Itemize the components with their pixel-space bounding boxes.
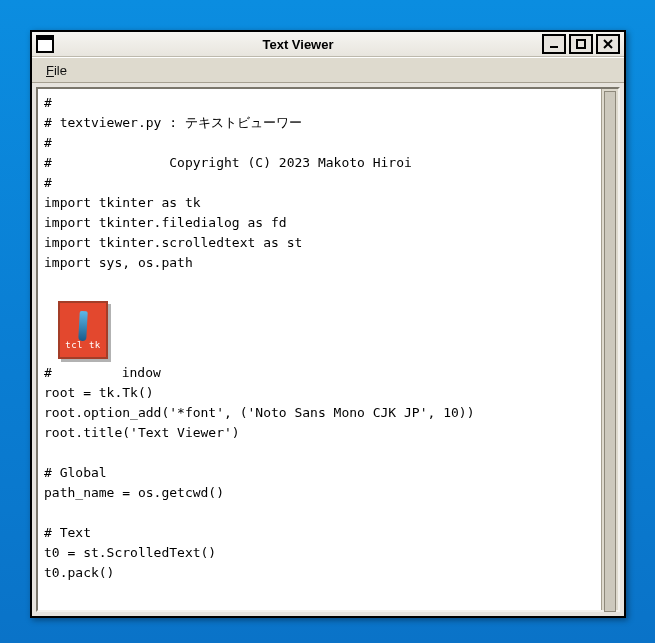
text-line: t0 = st.ScrolledText(): [44, 543, 595, 563]
text-line: #: [44, 173, 595, 193]
text-line: import tkinter.filedialog as fd: [44, 213, 595, 233]
text-line: # textviewer.py : テキストビューワー: [44, 113, 595, 133]
tcl-tk-logo-icon: tcl tk: [58, 301, 108, 359]
text-line: root.title('Text Viewer'): [44, 423, 595, 443]
close-icon: [603, 39, 613, 49]
scrollbar-thumb[interactable]: [604, 91, 616, 612]
menu-file[interactable]: File: [40, 61, 73, 80]
app-window: Text Viewer File ## textviewer.py : テキスト…: [30, 30, 626, 618]
vertical-scrollbar[interactable]: [601, 89, 618, 610]
window-title: Text Viewer: [54, 37, 542, 52]
menubar: File: [32, 57, 624, 83]
text-line: root = tk.Tk(): [44, 383, 595, 403]
maximize-icon: [576, 39, 586, 49]
close-button[interactable]: [596, 34, 620, 54]
text-line: # Global: [44, 463, 595, 483]
text-line: [44, 443, 595, 463]
menu-file-mnemonic: F: [46, 63, 54, 78]
text-line: root.option_add('*font', ('Noto Sans Mon…: [44, 403, 595, 423]
text-line: #: [44, 93, 595, 113]
text-line: # indow: [44, 363, 595, 383]
window-menu-icon[interactable]: [36, 35, 54, 53]
text-line: [44, 503, 595, 523]
text-line: import sys, os.path: [44, 253, 595, 273]
text-line: [44, 273, 595, 293]
titlebar[interactable]: Text Viewer: [32, 32, 624, 57]
text-line: # Copyright (C) 2023 Makoto Hiroi: [44, 153, 595, 173]
text-view[interactable]: ## textviewer.py : テキストビューワー## Copyright…: [38, 89, 601, 610]
text-line: path_name = os.getcwd(): [44, 483, 595, 503]
text-fragment: indow: [122, 363, 161, 383]
text-line: # Text: [44, 523, 595, 543]
maximize-button[interactable]: [569, 34, 593, 54]
text-line: import tkinter.scrolledtext as st: [44, 233, 595, 253]
minimize-icon: [549, 39, 559, 49]
window-controls: [542, 34, 620, 54]
minimize-button[interactable]: [542, 34, 566, 54]
menu-file-rest: ile: [54, 63, 67, 78]
client-area: ## textviewer.py : テキストビューワー## Copyright…: [36, 87, 620, 612]
svg-rect-0: [550, 46, 558, 48]
text-fragment: #: [44, 363, 60, 383]
text-line: import tkinter as tk: [44, 193, 595, 213]
text-line: #: [44, 133, 595, 153]
svg-rect-1: [577, 40, 585, 48]
text-line: t0.pack(): [44, 563, 595, 583]
